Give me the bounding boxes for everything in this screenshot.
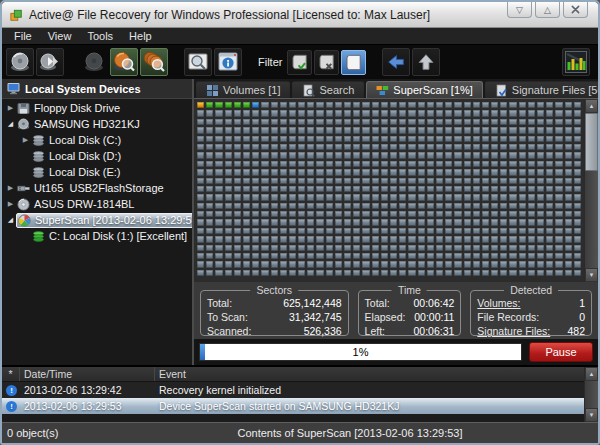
scroll-down-icon[interactable]: ▼	[585, 268, 598, 282]
log-col-datetime[interactable]: Date/Time	[20, 367, 155, 381]
scan-cell	[362, 169, 369, 175]
scan-cell	[289, 161, 296, 167]
preview-button[interactable]	[184, 48, 212, 76]
menu-help[interactable]: Help	[121, 30, 160, 42]
tree-item[interactable]: ▶ASUS DRW-1814BL	[2, 196, 192, 212]
tab-volumes-1[interactable]: Volumes [1]	[196, 81, 290, 98]
log-col-event[interactable]: Event	[155, 367, 584, 381]
scan-cell	[464, 261, 471, 267]
scan-cell	[390, 211, 397, 217]
scan-cell	[445, 169, 452, 175]
scan-cell	[565, 211, 572, 217]
scan-cell	[307, 178, 314, 184]
scan-cell	[326, 127, 333, 133]
log-scroll-down-icon[interactable]: ▼	[585, 408, 598, 422]
scan-cell	[546, 127, 553, 133]
scan-cell	[445, 136, 452, 142]
tab-superscan-1[interactable]: SuperScan [1%]	[366, 81, 483, 98]
stat-label: Scanned:	[207, 324, 251, 338]
scan-cell	[261, 110, 268, 116]
scan-cell	[335, 136, 342, 142]
tree-expander-icon[interactable]: ▶	[5, 104, 16, 112]
scan-cell	[316, 203, 323, 209]
scan-cell	[206, 253, 213, 259]
recover-button[interactable]	[36, 48, 64, 76]
scan-cell	[555, 169, 562, 175]
scan-cell	[362, 270, 369, 276]
scan-cell	[215, 178, 222, 184]
scrollbar-thumb[interactable]	[585, 113, 598, 171]
file-info-button[interactable]	[214, 48, 242, 76]
stat-label[interactable]: Signature Files:	[477, 324, 550, 338]
log-row[interactable]: !2013-02-06 13:29:53Device SuperScan sta…	[2, 398, 584, 414]
stat-value: 00:00:11	[414, 310, 454, 324]
log-scroll-up-icon[interactable]: ▲	[585, 367, 598, 381]
stat-label: Elapsed:	[365, 310, 406, 324]
minimize-button[interactable]: ▽	[507, 2, 532, 18]
scan-cell	[399, 161, 406, 167]
menu-view[interactable]: View	[40, 30, 80, 42]
scan-cell	[473, 211, 480, 217]
tree-expander-icon[interactable]: ◢	[5, 120, 16, 128]
tree-expander-icon[interactable]: ◢	[5, 216, 16, 224]
tree-item[interactable]: ◢SuperScan [2013-02-06 13:29:53]	[2, 212, 192, 228]
nav-up-button[interactable]	[412, 48, 440, 76]
close-button[interactable]	[563, 2, 588, 18]
filter-all-button[interactable]	[341, 50, 366, 75]
superscan-button[interactable]	[140, 48, 168, 76]
maximize-button[interactable]: △	[535, 2, 560, 18]
scan-cell	[289, 127, 296, 133]
scan-cell	[436, 169, 443, 175]
filter-recoverable-button[interactable]	[287, 50, 312, 75]
nav-back-button[interactable]	[382, 48, 410, 76]
scan-cell	[225, 169, 232, 175]
scan-cell	[574, 161, 581, 167]
tree-item[interactable]: Local Disk (D:)	[2, 148, 192, 164]
scan-cell	[362, 245, 369, 251]
scan-cell	[500, 219, 507, 225]
menu-file[interactable]: File	[6, 30, 40, 42]
tab-signature-files-507[interactable]: Signature Files [507]	[485, 81, 600, 98]
log-scrollbar[interactable]: ▲ ▼	[584, 367, 598, 422]
scan-cell	[307, 110, 314, 116]
scan-cell	[473, 253, 480, 259]
volume-icon	[32, 150, 45, 163]
tree-item[interactable]: ▶Floppy Disk Drive	[2, 100, 192, 116]
open-disk-button[interactable]	[6, 48, 34, 76]
tree-item[interactable]: ◢SAMSUNG HD321KJ	[2, 116, 192, 132]
scan-cell	[326, 245, 333, 251]
scan-cell	[454, 261, 461, 267]
scan-cell	[316, 236, 323, 242]
tree-item[interactable]: Local Disk (E:)	[2, 164, 192, 180]
tree-item[interactable]: ▶Local Disk (C:)	[2, 132, 192, 148]
filter-deleted-button[interactable]	[314, 50, 339, 75]
log-col-status[interactable]: *	[2, 367, 20, 381]
scan-cell	[326, 211, 333, 217]
tree-item[interactable]: C: Local Disk (1:) [Excellent]	[2, 228, 192, 244]
scan-cell	[326, 261, 333, 267]
menu-tools[interactable]: Tools	[79, 30, 121, 42]
quickscan-button[interactable]	[110, 48, 138, 76]
scan-cell	[445, 261, 452, 267]
scan-cell	[464, 119, 471, 125]
grid-scrollbar[interactable]: ▲ ▼	[584, 99, 598, 282]
stat-label[interactable]: Volumes:	[477, 296, 520, 310]
scan-cell	[427, 110, 434, 116]
scroll-up-icon[interactable]: ▲	[585, 99, 598, 113]
tab-search[interactable]: Search	[292, 81, 364, 98]
tree-expander-icon[interactable]: ▶	[5, 200, 16, 208]
statistics-button[interactable]	[562, 48, 590, 76]
scan-cell	[326, 186, 333, 192]
log-row[interactable]: !2013-02-06 13:29:42Recovery kernel init…	[2, 382, 584, 398]
scan-cell	[537, 203, 544, 209]
tree-item[interactable]: ▶Ut165 USB2FlashStorage	[2, 180, 192, 196]
scan-cell	[234, 127, 241, 133]
tree-expander-icon[interactable]: ▶	[5, 184, 16, 192]
scan-cell	[335, 144, 342, 150]
scan-cell	[390, 110, 397, 116]
pause-button[interactable]: Pause	[529, 342, 593, 362]
scan-cell	[482, 152, 489, 158]
scan-cell	[519, 203, 526, 209]
tree-expander-icon[interactable]: ▶	[20, 136, 31, 144]
scan-cell	[509, 245, 516, 251]
